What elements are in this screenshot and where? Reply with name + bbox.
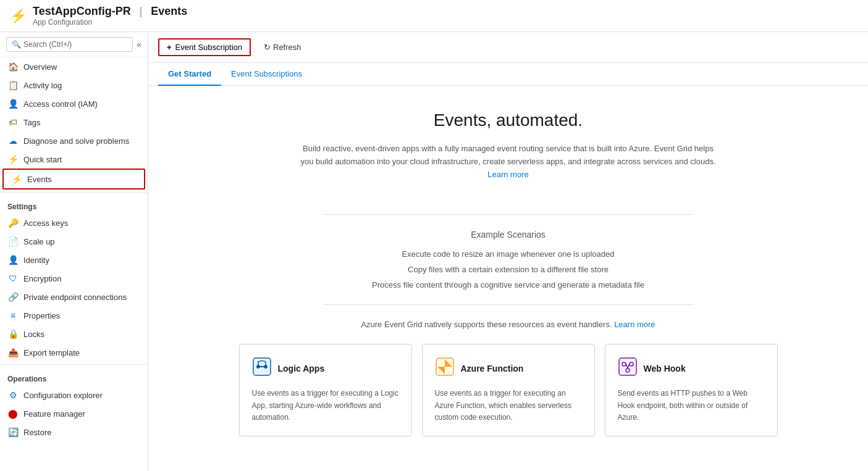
quick-start-icon: ⚡ (7, 154, 19, 164)
sidebar-item-properties[interactable]: ≡ Properties (0, 306, 148, 325)
sidebar-collapse-button[interactable]: « (137, 40, 141, 49)
sidebar-search-container: 🔍 Search (Ctrl+/) « (0, 32, 148, 57)
app-name: TestAppConfig-PR (33, 5, 131, 18)
sidebar-item-label: Scale up (23, 237, 55, 246)
sidebar-item-locks[interactable]: 🔒 Locks (0, 325, 148, 343)
svg-point-1 (256, 365, 260, 369)
card-azure-function-title: Azure Function (461, 364, 524, 373)
hero-desc: Build reactive, event-driven apps with a… (298, 143, 718, 181)
sidebar-item-activity-log[interactable]: 📋 Activity log (0, 76, 148, 94)
diagnose-icon: ☁ (7, 136, 19, 146)
app-icon: ⚡ (10, 8, 27, 24)
sidebar-item-label: Feature manager (23, 409, 85, 419)
scenario-item-3: Process file content through a cognitive… (173, 280, 843, 290)
tab-get-started[interactable]: Get Started (158, 63, 221, 86)
sidebar-item-label: Configuration explorer (23, 391, 103, 400)
tab-event-subscriptions[interactable]: Event Subscriptions (221, 63, 312, 86)
event-subscription-label: Event Subscription (175, 43, 242, 52)
hero-section: Events, automated. Build reactive, event… (173, 86, 843, 199)
page-header: ⚡ TestAppConfig-PR | Events App Configur… (0, 0, 868, 32)
settings-section-header: Settings (0, 195, 148, 214)
identity-icon: 👤 (7, 255, 19, 265)
divider-1 (323, 214, 694, 215)
sidebar-item-label: Quick start (23, 155, 62, 164)
sidebar-item-overview[interactable]: 🏠 Overview (0, 57, 148, 76)
divider-2 (323, 304, 694, 305)
scenario-item-2: Copy files with a certain extension to a… (173, 265, 843, 274)
sidebar-item-label: Locks (23, 330, 44, 339)
get-started-content: Events, automated. Build reactive, event… (148, 86, 868, 471)
sidebar-item-label: Diagnose and solve problems (23, 136, 129, 146)
sidebar-item-access-control[interactable]: 👤 Access control (IAM) (0, 94, 148, 113)
locks-icon: 🔒 (7, 329, 19, 339)
page-title: Events (151, 5, 187, 18)
sidebar-item-scale-up[interactable]: 📄 Scale up (0, 232, 148, 251)
overview-icon: 🏠 (7, 62, 19, 72)
header-separator: | (140, 5, 143, 18)
card-azure-function-header: Azure Function (435, 357, 582, 380)
app-subtitle: App Configuration (33, 18, 187, 27)
encryption-icon: 🛡 (7, 273, 19, 283)
card-logic-apps-desc: Use events as a trigger for executing a … (252, 388, 399, 423)
handlers-learn-more-link[interactable]: Learn more (614, 320, 655, 329)
sidebar-item-export-template[interactable]: 📤 Export template (0, 343, 148, 362)
sidebar-item-diagnose[interactable]: ☁ Diagnose and solve problems (0, 131, 148, 150)
properties-icon: ≡ (7, 311, 19, 320)
event-subscription-button[interactable]: + Event Subscription (158, 38, 251, 56)
access-keys-icon: 🔑 (7, 218, 19, 228)
svg-point-2 (264, 365, 268, 369)
private-endpoint-icon: 🔗 (7, 292, 19, 302)
card-web-hook-desc: Send events as HTTP pushes to a Web Hook… (618, 388, 765, 423)
sidebar-item-events[interactable]: ⚡ Events (2, 169, 145, 190)
sidebar-item-label: Access control (IAM) (23, 99, 98, 109)
logic-apps-icon (252, 357, 272, 380)
sidebar-item-identity[interactable]: 👤 Identity (0, 251, 148, 269)
sidebar-item-label: Encryption (23, 274, 61, 283)
sidebar-item-label: Activity log (23, 81, 62, 90)
sidebar-item-feature-manager[interactable]: ⬤ Feature manager (0, 404, 148, 423)
card-web-hook: Web Hook Send events as HTTP pushes to a… (605, 344, 778, 436)
config-explorer-icon: ⚙ (7, 390, 19, 400)
sidebar-divider-operations (0, 364, 148, 365)
sidebar-item-tags[interactable]: 🏷 Tags (0, 113, 148, 131)
sidebar-item-label: Restore (23, 428, 52, 437)
operations-section-header: Operations (0, 367, 148, 386)
plus-icon: + (167, 43, 172, 52)
sidebar-item-label: Private endpoint connections (23, 293, 127, 302)
search-input[interactable]: 🔍 Search (Ctrl+/) (6, 37, 133, 52)
scenarios-section: Example Scenarios Execute code to resize… (173, 230, 843, 290)
handlers-section: Azure Event Grid natively supports these… (173, 320, 843, 329)
hero-learn-more-link[interactable]: Learn more (487, 170, 528, 179)
sidebar-item-quick-start[interactable]: ⚡ Quick start (0, 150, 148, 169)
sidebar-item-restore[interactable]: 🔄 Restore (0, 423, 148, 441)
sidebar-item-private-endpoint[interactable]: 🔗 Private endpoint connections (0, 288, 148, 306)
toolbar: + Event Subscription ↻ Refresh (148, 32, 868, 63)
refresh-icon: ↻ (264, 43, 271, 52)
search-placeholder: Search (Ctrl+/) (23, 40, 72, 49)
cards-row: Logic Apps Use events as a trigger for e… (173, 344, 843, 436)
scale-up-icon: 📄 (7, 236, 19, 246)
card-web-hook-header: Web Hook (618, 357, 765, 380)
azure-function-icon (435, 357, 455, 380)
refresh-button[interactable]: ↻ Refresh (256, 39, 310, 56)
card-logic-apps-header: Logic Apps (252, 357, 399, 380)
sidebar-item-access-keys[interactable]: 🔑 Access keys (0, 214, 148, 232)
refresh-label: Refresh (273, 43, 301, 52)
sidebar-item-label: Export template (23, 348, 80, 357)
sidebar-item-label: Events (27, 175, 52, 184)
main-layout: 🔍 Search (Ctrl+/) « 🏠 Overview 📋 Activit… (0, 32, 868, 471)
search-icon: 🔍 (12, 40, 21, 49)
scenario-item-1: Execute code to resize an image whenever… (173, 249, 843, 259)
tabs: Get Started Event Subscriptions (148, 63, 868, 86)
svg-rect-5 (619, 358, 636, 375)
card-web-hook-title: Web Hook (644, 364, 686, 373)
sidebar-item-label: Identity (23, 256, 49, 265)
card-azure-function: Azure Function Use events as a trigger f… (422, 344, 595, 436)
sidebar-item-config-explorer[interactable]: ⚙ Configuration explorer (0, 386, 148, 404)
sidebar: 🔍 Search (Ctrl+/) « 🏠 Overview 📋 Activit… (0, 32, 148, 471)
tags-icon: 🏷 (7, 117, 19, 127)
access-control-icon: 👤 (7, 99, 19, 109)
card-azure-function-desc: Use events as a trigger for executing an… (435, 388, 582, 423)
sidebar-item-encryption[interactable]: 🛡 Encryption (0, 269, 148, 288)
export-template-icon: 📤 (7, 348, 19, 357)
